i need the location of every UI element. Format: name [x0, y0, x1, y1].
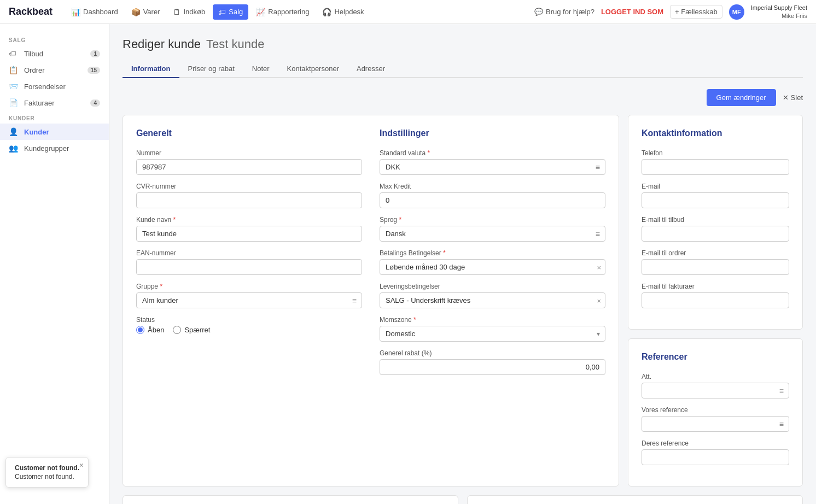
- nummer-input[interactable]: [136, 159, 362, 175]
- sidebar-item-fakturaer[interactable]: 📄 Fakturaer 4: [0, 95, 109, 111]
- tabs: Information Priser og rabat Noter Kontak…: [123, 60, 803, 78]
- cvr-group: CVR-nummer: [136, 183, 362, 208]
- logged-in-som[interactable]: LOGGET IND SOM: [601, 8, 663, 16]
- ean-label: EAN-nummer: [136, 249, 362, 257]
- generelt-indstillinger-card: Generelt Nummer CVR-nummer Kunde navn *: [123, 115, 619, 487]
- email-ordrer-group: E-mail til ordrer: [642, 249, 789, 275]
- delete-button[interactable]: ✕ Slet: [783, 93, 803, 102]
- leverings-wrapper: ×: [380, 292, 605, 308]
- kunde-navn-input[interactable]: [136, 226, 362, 242]
- action-bar: Gem ændringer ✕ Slet: [123, 89, 803, 106]
- nav-varer[interactable]: 📦 Varer: [126, 4, 166, 20]
- att-group: Att.: [642, 373, 789, 398]
- sprog-input[interactable]: [380, 226, 605, 242]
- momszone-group: Momszone * Domestic: [380, 316, 605, 342]
- status-aaben-label[interactable]: Åben: [136, 326, 164, 334]
- sidebar-item-tilbud[interactable]: 🏷 Tilbud 1: [0, 45, 109, 62]
- att-wrapper: [642, 383, 789, 398]
- close-icon: ✕: [783, 93, 789, 102]
- momszone-select-wrapper: Domestic: [380, 326, 605, 342]
- status-spaerret-radio[interactable]: [173, 326, 181, 334]
- referencer-card: Referencer Att. Vores reference Deres re…: [628, 338, 803, 487]
- max-kredit-group: Max Kredit: [380, 183, 605, 208]
- status-spaerret-label[interactable]: Spærret: [173, 326, 210, 334]
- help-button[interactable]: 💬 Brug for hjælp?: [534, 8, 594, 16]
- required-marker: *: [173, 216, 176, 224]
- sidebar-item-kundegrupper[interactable]: 👥 Kundegrupper: [0, 140, 109, 156]
- telefon-label: Telefon: [642, 149, 789, 157]
- vores-ref-input[interactable]: [642, 416, 789, 432]
- avatar: MF: [729, 4, 744, 20]
- notification-close-button[interactable]: ×: [79, 461, 84, 470]
- kunde-navn-label: Kunde navn *: [136, 216, 362, 224]
- tilbud-badge: 1: [90, 50, 100, 57]
- att-label: Att.: [642, 373, 789, 380]
- community-button[interactable]: + Fællesskab: [670, 5, 722, 19]
- nummer-label: Nummer: [136, 149, 362, 157]
- status-aaben-radio[interactable]: [136, 326, 144, 334]
- sprog-select-wrapper: [380, 226, 605, 242]
- att-input[interactable]: [642, 383, 789, 398]
- betalings-label: Betalings Betingelser *: [380, 249, 605, 257]
- leverings-input[interactable]: [380, 292, 605, 308]
- email-fakturaer-input[interactable]: [642, 292, 789, 308]
- ordrer-icon: 📋: [9, 66, 20, 74]
- sidebar-item-kunder[interactable]: 👤 Kunder: [0, 124, 109, 140]
- email-tilbud-group: E-mail til tilbud: [642, 216, 789, 242]
- gruppe-input[interactable]: [136, 292, 362, 308]
- user-info: Imperial Supply Fleet Mike Friis: [751, 4, 807, 20]
- referencer-title: Referencer: [642, 352, 789, 362]
- fakturaer-icon: 📄: [9, 98, 20, 107]
- vores-ref-wrapper: [642, 416, 789, 432]
- vores-ref-label: Vores reference: [642, 406, 789, 414]
- ean-input[interactable]: [136, 259, 362, 275]
- telefon-input[interactable]: [642, 159, 789, 175]
- tab-kontaktpersoner[interactable]: Kontaktpersoner: [278, 60, 348, 78]
- deres-ref-input[interactable]: [642, 449, 789, 465]
- indstillinger-title: Indstillinger: [380, 128, 605, 138]
- leverings-clear-icon[interactable]: ×: [597, 296, 601, 304]
- ordrer-badge: 15: [88, 67, 100, 74]
- momszone-label: Momszone *: [380, 316, 605, 324]
- app-logo: Rackbeat: [9, 6, 53, 17]
- email-ordrer-input[interactable]: [642, 259, 789, 275]
- save-button[interactable]: Gem ændringer: [707, 89, 776, 106]
- notification-message: Customer not found.: [15, 473, 79, 480]
- fakturering-card: Faktureringsadresse Navn: [123, 495, 458, 504]
- nav-rapportering[interactable]: 📈 Rapportering: [250, 4, 314, 20]
- kontaktinfo-card: Kontaktinformation Telefon E-mail E-mail…: [628, 115, 803, 330]
- nav-dashboard[interactable]: 📊 Dashboard: [66, 4, 124, 20]
- nav-indkob[interactable]: 🗒 Indkøb: [167, 4, 211, 20]
- cvr-input[interactable]: [136, 192, 362, 208]
- tab-adresser[interactable]: Adresser: [348, 60, 394, 78]
- notification-title: Customer not found.: [15, 464, 79, 472]
- indkob-icon: 🗒: [173, 8, 180, 16]
- nav-salg[interactable]: 🏷 Salg: [213, 4, 248, 20]
- nav-helpdesk[interactable]: 🎧 Helpdesk: [317, 4, 369, 20]
- email-tilbud-input[interactable]: [642, 226, 789, 242]
- tab-noter[interactable]: Noter: [243, 60, 278, 78]
- rabat-input[interactable]: [380, 359, 605, 375]
- valuta-input[interactable]: [380, 159, 605, 175]
- momszone-select[interactable]: Domestic: [380, 326, 605, 342]
- fakturaer-badge: 4: [90, 99, 100, 107]
- top-nav-right: 💬 Brug for hjælp? LOGGET IND SOM + Fælle…: [534, 4, 807, 20]
- top-navigation: Rackbeat 📊 Dashboard 📦 Varer 🗒 Indkøb 🏷 …: [0, 0, 816, 24]
- page-subtitle: Test kunde: [206, 37, 264, 51]
- betalings-input[interactable]: [380, 259, 605, 275]
- betalings-clear-icon[interactable]: ×: [597, 263, 601, 271]
- notification: × Customer not found. Customer not found…: [5, 457, 89, 488]
- kontaktinfo-title: Kontaktinformation: [642, 128, 789, 138]
- valuta-select-wrapper: [380, 159, 605, 175]
- kundegrupper-icon: 👥: [9, 144, 20, 153]
- sidebar-item-forsendelser[interactable]: 📨 Forsendelser: [0, 78, 109, 95]
- tab-information[interactable]: Information: [123, 60, 179, 78]
- tab-priser[interactable]: Priser og rabat: [179, 60, 243, 78]
- leverings-group: Leveringsbetingelser ×: [380, 283, 605, 308]
- max-kredit-input[interactable]: [380, 192, 605, 208]
- sidebar-item-ordrer[interactable]: 📋 Ordrer 15: [0, 62, 109, 78]
- gruppe-group: Gruppe *: [136, 283, 362, 308]
- gruppe-select-wrapper: [136, 292, 362, 308]
- max-kredit-label: Max Kredit: [380, 183, 605, 190]
- email-input[interactable]: [642, 192, 789, 208]
